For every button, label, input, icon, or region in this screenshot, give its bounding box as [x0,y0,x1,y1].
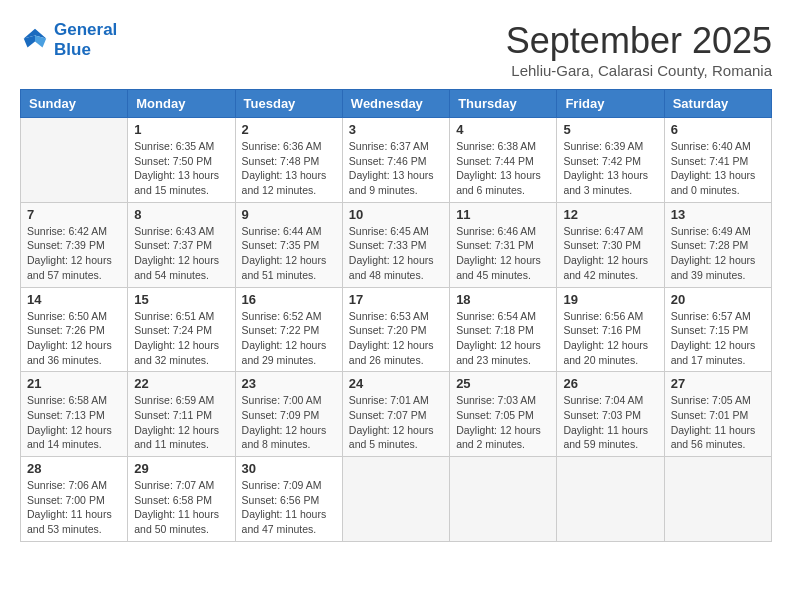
title-block: September 2025 Lehliu-Gara, Calarasi Cou… [506,20,772,79]
day-number: 21 [27,376,121,391]
day-info: Sunrise: 6:56 AMSunset: 7:16 PMDaylight:… [563,309,657,368]
table-row: 27Sunrise: 7:05 AMSunset: 7:01 PMDayligh… [664,372,771,457]
table-row: 14Sunrise: 6:50 AMSunset: 7:26 PMDayligh… [21,287,128,372]
day-info: Sunrise: 6:50 AMSunset: 7:26 PMDaylight:… [27,309,121,368]
day-number: 2 [242,122,336,137]
day-info: Sunrise: 6:45 AMSunset: 7:33 PMDaylight:… [349,224,443,283]
day-info: Sunrise: 7:03 AMSunset: 7:05 PMDaylight:… [456,393,550,452]
day-info: Sunrise: 6:47 AMSunset: 7:30 PMDaylight:… [563,224,657,283]
table-row: 12Sunrise: 6:47 AMSunset: 7:30 PMDayligh… [557,202,664,287]
day-number: 9 [242,207,336,222]
logo: General Blue [20,20,117,60]
table-row: 9Sunrise: 6:44 AMSunset: 7:35 PMDaylight… [235,202,342,287]
day-number: 20 [671,292,765,307]
table-row: 5Sunrise: 6:39 AMSunset: 7:42 PMDaylight… [557,118,664,203]
day-info: Sunrise: 6:51 AMSunset: 7:24 PMDaylight:… [134,309,228,368]
day-info: Sunrise: 7:05 AMSunset: 7:01 PMDaylight:… [671,393,765,452]
day-info: Sunrise: 6:35 AMSunset: 7:50 PMDaylight:… [134,139,228,198]
day-number: 29 [134,461,228,476]
header-thursday: Thursday [450,90,557,118]
table-row: 24Sunrise: 7:01 AMSunset: 7:07 PMDayligh… [342,372,449,457]
page-header: General Blue September 2025 Lehliu-Gara,… [20,20,772,79]
day-info: Sunrise: 6:57 AMSunset: 7:15 PMDaylight:… [671,309,765,368]
table-row: 28Sunrise: 7:06 AMSunset: 7:00 PMDayligh… [21,457,128,542]
day-number: 6 [671,122,765,137]
day-number: 28 [27,461,121,476]
day-info: Sunrise: 7:04 AMSunset: 7:03 PMDaylight:… [563,393,657,452]
calendar-week-row: 21Sunrise: 6:58 AMSunset: 7:13 PMDayligh… [21,372,772,457]
day-number: 10 [349,207,443,222]
header-sunday: Sunday [21,90,128,118]
calendar-week-row: 14Sunrise: 6:50 AMSunset: 7:26 PMDayligh… [21,287,772,372]
table-row: 7Sunrise: 6:42 AMSunset: 7:39 PMDaylight… [21,202,128,287]
day-info: Sunrise: 6:36 AMSunset: 7:48 PMDaylight:… [242,139,336,198]
table-row: 11Sunrise: 6:46 AMSunset: 7:31 PMDayligh… [450,202,557,287]
header-friday: Friday [557,90,664,118]
day-number: 15 [134,292,228,307]
table-row [342,457,449,542]
table-row: 8Sunrise: 6:43 AMSunset: 7:37 PMDaylight… [128,202,235,287]
day-number: 30 [242,461,336,476]
header-monday: Monday [128,90,235,118]
day-number: 4 [456,122,550,137]
day-info: Sunrise: 7:09 AMSunset: 6:56 PMDaylight:… [242,478,336,537]
day-number: 5 [563,122,657,137]
table-row: 1Sunrise: 6:35 AMSunset: 7:50 PMDaylight… [128,118,235,203]
table-row: 17Sunrise: 6:53 AMSunset: 7:20 PMDayligh… [342,287,449,372]
day-number: 13 [671,207,765,222]
day-info: Sunrise: 6:54 AMSunset: 7:18 PMDaylight:… [456,309,550,368]
table-row [21,118,128,203]
day-info: Sunrise: 6:42 AMSunset: 7:39 PMDaylight:… [27,224,121,283]
header-saturday: Saturday [664,90,771,118]
day-number: 23 [242,376,336,391]
day-info: Sunrise: 7:00 AMSunset: 7:09 PMDaylight:… [242,393,336,452]
day-number: 26 [563,376,657,391]
logo-text: General Blue [54,20,117,60]
day-info: Sunrise: 6:40 AMSunset: 7:41 PMDaylight:… [671,139,765,198]
table-row: 26Sunrise: 7:04 AMSunset: 7:03 PMDayligh… [557,372,664,457]
day-info: Sunrise: 6:43 AMSunset: 7:37 PMDaylight:… [134,224,228,283]
day-number: 27 [671,376,765,391]
day-number: 18 [456,292,550,307]
header-wednesday: Wednesday [342,90,449,118]
day-info: Sunrise: 6:37 AMSunset: 7:46 PMDaylight:… [349,139,443,198]
table-row: 2Sunrise: 6:36 AMSunset: 7:48 PMDaylight… [235,118,342,203]
day-info: Sunrise: 6:58 AMSunset: 7:13 PMDaylight:… [27,393,121,452]
day-info: Sunrise: 6:53 AMSunset: 7:20 PMDaylight:… [349,309,443,368]
table-row: 3Sunrise: 6:37 AMSunset: 7:46 PMDaylight… [342,118,449,203]
day-info: Sunrise: 7:01 AMSunset: 7:07 PMDaylight:… [349,393,443,452]
day-info: Sunrise: 7:07 AMSunset: 6:58 PMDaylight:… [134,478,228,537]
day-number: 8 [134,207,228,222]
table-row: 23Sunrise: 7:00 AMSunset: 7:09 PMDayligh… [235,372,342,457]
day-info: Sunrise: 6:52 AMSunset: 7:22 PMDaylight:… [242,309,336,368]
table-row: 22Sunrise: 6:59 AMSunset: 7:11 PMDayligh… [128,372,235,457]
table-row: 29Sunrise: 7:07 AMSunset: 6:58 PMDayligh… [128,457,235,542]
table-row: 15Sunrise: 6:51 AMSunset: 7:24 PMDayligh… [128,287,235,372]
table-row: 4Sunrise: 6:38 AMSunset: 7:44 PMDaylight… [450,118,557,203]
day-info: Sunrise: 6:44 AMSunset: 7:35 PMDaylight:… [242,224,336,283]
location-subtitle: Lehliu-Gara, Calarasi County, Romania [506,62,772,79]
day-number: 12 [563,207,657,222]
day-number: 14 [27,292,121,307]
day-info: Sunrise: 6:59 AMSunset: 7:11 PMDaylight:… [134,393,228,452]
table-row: 21Sunrise: 6:58 AMSunset: 7:13 PMDayligh… [21,372,128,457]
table-row: 30Sunrise: 7:09 AMSunset: 6:56 PMDayligh… [235,457,342,542]
table-row: 13Sunrise: 6:49 AMSunset: 7:28 PMDayligh… [664,202,771,287]
day-number: 1 [134,122,228,137]
day-info: Sunrise: 7:06 AMSunset: 7:00 PMDaylight:… [27,478,121,537]
day-number: 16 [242,292,336,307]
day-number: 22 [134,376,228,391]
day-info: Sunrise: 6:49 AMSunset: 7:28 PMDaylight:… [671,224,765,283]
table-row [664,457,771,542]
day-number: 25 [456,376,550,391]
day-info: Sunrise: 6:39 AMSunset: 7:42 PMDaylight:… [563,139,657,198]
month-title: September 2025 [506,20,772,62]
table-row: 6Sunrise: 6:40 AMSunset: 7:41 PMDaylight… [664,118,771,203]
calendar-table: Sunday Monday Tuesday Wednesday Thursday… [20,89,772,542]
table-row: 25Sunrise: 7:03 AMSunset: 7:05 PMDayligh… [450,372,557,457]
table-row [557,457,664,542]
day-number: 24 [349,376,443,391]
table-row [450,457,557,542]
day-number: 11 [456,207,550,222]
calendar-week-row: 7Sunrise: 6:42 AMSunset: 7:39 PMDaylight… [21,202,772,287]
